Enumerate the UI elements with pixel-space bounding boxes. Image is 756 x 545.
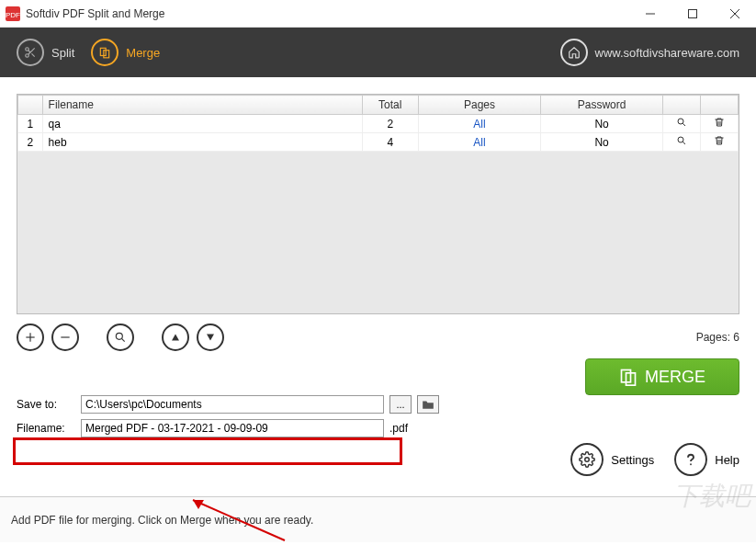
row-filename: heb	[42, 133, 362, 152]
svg-line-9	[31, 53, 34, 56]
preview-button[interactable]	[107, 324, 134, 351]
svg-line-10	[28, 51, 30, 52]
table-row[interactable]: 2heb4AllNo	[18, 133, 739, 152]
svg-point-27	[690, 463, 692, 465]
save-row: Save to: ...	[17, 395, 739, 414]
magnifier-icon	[676, 117, 687, 128]
row-total: 2	[362, 115, 418, 133]
close-button[interactable]	[714, 0, 756, 28]
col-password[interactable]: Password	[541, 96, 663, 115]
svg-point-6	[26, 48, 29, 51]
svg-point-26	[585, 458, 590, 462]
col-total[interactable]: Total	[362, 96, 418, 115]
move-down-button[interactable]	[197, 324, 224, 351]
col-view[interactable]	[663, 96, 701, 115]
move-up-button[interactable]	[162, 324, 189, 351]
svg-line-16	[683, 142, 685, 144]
row-view-button[interactable]	[663, 133, 701, 152]
row-pages[interactable]: All	[419, 115, 541, 133]
question-icon	[683, 451, 699, 468]
svg-point-15	[678, 137, 683, 142]
annotation-highlight	[13, 437, 402, 465]
website-link[interactable]: www.softdivshareware.com	[560, 39, 740, 66]
col-idx[interactable]	[18, 96, 43, 115]
merge-action-icon	[619, 368, 638, 386]
svg-marker-22	[172, 335, 179, 341]
open-folder-button[interactable]	[417, 395, 439, 414]
row-index: 1	[18, 115, 43, 133]
settings-label: Settings	[611, 453, 654, 467]
settings-button[interactable]: Settings	[570, 443, 654, 476]
svg-rect-3	[689, 9, 697, 17]
col-delete[interactable]	[701, 96, 739, 115]
col-filename[interactable]: Filename	[42, 96, 362, 115]
folder-icon	[422, 399, 434, 410]
file-extension: .pdf	[389, 422, 408, 435]
website-url: www.softdivshareware.com	[595, 46, 740, 60]
statusbar: Add PDF file for merging. Click on Merge…	[0, 496, 756, 542]
col-pages[interactable]: Pages	[419, 96, 541, 115]
help-label: Help	[715, 453, 739, 467]
row-password: No	[541, 115, 663, 133]
svg-line-21	[121, 338, 124, 341]
scissors-icon	[24, 46, 37, 59]
merge-button[interactable]: MERGE	[585, 358, 739, 395]
titlebar: PDF Softdiv PDF Split and Merge	[0, 0, 756, 28]
row-filename: qa	[42, 115, 362, 133]
svg-line-14	[683, 123, 685, 126]
merge-label: Merge	[126, 46, 160, 60]
merge-mode-button[interactable]: Merge	[91, 39, 160, 66]
list-controls: Pages: 6	[17, 324, 739, 351]
merge-button-label: MERGE	[645, 368, 705, 387]
svg-marker-23	[207, 335, 214, 341]
row-password: No	[541, 133, 663, 152]
browse-path-button[interactable]: ...	[389, 395, 412, 414]
mode-toolbar: Split Merge www.softdivshareware.com	[0, 28, 756, 77]
split-mode-button[interactable]: Split	[17, 39, 74, 66]
filename-input[interactable]	[81, 419, 384, 437]
table-row[interactable]: 1qa2AllNo	[18, 115, 739, 133]
svg-point-20	[116, 333, 122, 339]
row-delete-button[interactable]	[701, 133, 739, 152]
svg-text:PDF: PDF	[6, 11, 20, 19]
svg-point-13	[678, 119, 683, 124]
trash-icon	[714, 117, 725, 128]
status-text: Add PDF file for merging. Click on Merge…	[11, 514, 313, 527]
row-delete-button[interactable]	[701, 115, 739, 133]
save-label: Save to:	[17, 398, 75, 411]
file-table: Filename Total Pages Password 1qa2AllNo2…	[17, 94, 739, 314]
minimize-button[interactable]	[629, 0, 671, 28]
magnifier-icon	[676, 135, 687, 146]
trash-icon	[714, 135, 725, 146]
filename-label: Filename:	[17, 422, 75, 435]
svg-point-7	[26, 54, 29, 58]
add-file-button[interactable]	[17, 324, 44, 351]
row-total: 4	[362, 133, 418, 152]
pages-total: Pages: 6	[696, 331, 739, 344]
remove-file-button[interactable]	[51, 324, 79, 351]
row-view-button[interactable]	[663, 115, 701, 133]
help-button[interactable]: Help	[674, 443, 739, 476]
merge-icon	[98, 46, 111, 59]
window-title: Softdiv PDF Split and Merge	[26, 7, 629, 20]
main-panel: Filename Total Pages Password 1qa2AllNo2…	[0, 77, 756, 496]
row-pages[interactable]: All	[419, 133, 541, 152]
gear-icon	[579, 451, 595, 468]
row-index: 2	[18, 133, 43, 152]
filename-row: Filename: .pdf	[17, 419, 739, 437]
maximize-button[interactable]	[671, 0, 714, 28]
app-icon: PDF	[6, 6, 20, 21]
save-path-input[interactable]	[81, 395, 384, 414]
home-icon	[568, 46, 581, 59]
split-label: Split	[51, 46, 74, 60]
